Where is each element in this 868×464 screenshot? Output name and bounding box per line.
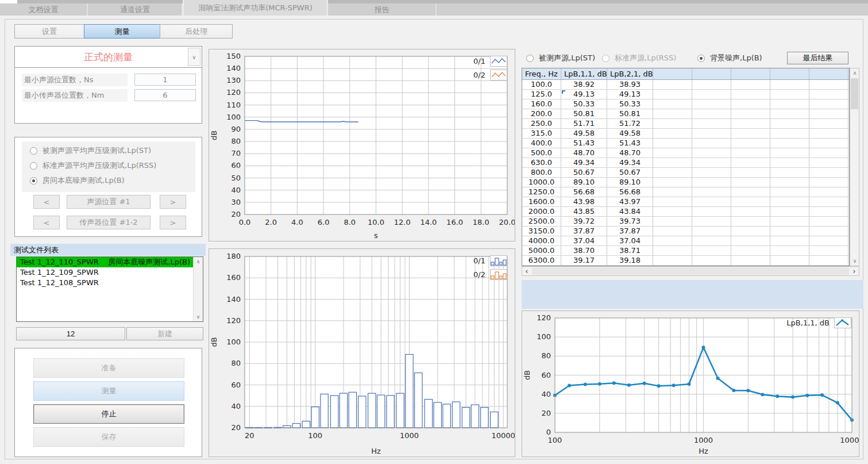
- table-cell[interactable]: 37.04: [561, 236, 607, 246]
- test-file-item[interactable]: Test 1_12_109_SPWR: [17, 267, 193, 278]
- time-history-plot[interactable]: 0.02.04.06.08.010.012.014.016.018.020.02…: [209, 49, 515, 241]
- table-cell[interactable]: [770, 168, 809, 177]
- table-cell[interactable]: [770, 197, 809, 206]
- table-cell[interactable]: 1250.0: [522, 187, 561, 197]
- table-cell[interactable]: 125.0: [522, 90, 561, 99]
- table-cell[interactable]: [809, 256, 848, 265]
- table-row[interactable]: 1250.056.6856.68: [522, 187, 849, 197]
- table-cell[interactable]: 49.34: [607, 158, 653, 167]
- column-header[interactable]: LpB,1,1, dB: [561, 68, 607, 79]
- table-cell[interactable]: [809, 119, 848, 128]
- table-cell[interactable]: [653, 148, 692, 158]
- table-row[interactable]: 630.049.3449.34: [522, 158, 849, 168]
- param-value-input[interactable]: 1: [134, 74, 196, 86]
- table-cell[interactable]: [731, 119, 770, 128]
- table-row[interactable]: 800.050.6750.67: [522, 168, 849, 178]
- spectrum-bars-plot[interactable]: 2010010001000020406080100120140160180Hzd…: [209, 249, 515, 457]
- time-history-chart[interactable]: 0.02.04.06.08.010.012.014.016.018.020.02…: [209, 49, 515, 241]
- test-file-item[interactable]: Test 1_12_108_SPWR: [17, 278, 193, 288]
- scrollbar-thumb[interactable]: [851, 78, 858, 109]
- table-cell[interactable]: 43.98: [561, 197, 607, 206]
- legend-entry[interactable]: 0/1: [473, 255, 507, 266]
- table-row[interactable]: 250.051.7151.72: [522, 119, 849, 129]
- table-cell[interactable]: 38.71: [607, 246, 653, 255]
- table-cell[interactable]: 1000.0: [522, 178, 561, 187]
- table-cell[interactable]: [653, 207, 692, 216]
- tab-document-settings[interactable]: 文档设置: [0, 3, 88, 16]
- table-cell[interactable]: 49.34: [561, 158, 607, 167]
- table-cell[interactable]: 315.0: [522, 129, 561, 138]
- table-cell[interactable]: [770, 207, 809, 216]
- new-file-button[interactable]: 新建: [126, 327, 203, 340]
- table-cell[interactable]: 39.18: [607, 256, 653, 265]
- table-cell[interactable]: [653, 158, 692, 167]
- table-cell[interactable]: 39.72: [561, 217, 607, 226]
- table-cell[interactable]: [770, 256, 809, 265]
- table-cell[interactable]: 50.81: [561, 109, 607, 118]
- table-cell[interactable]: [731, 99, 770, 109]
- table-cell[interactable]: [731, 109, 770, 118]
- table-cell[interactable]: [770, 139, 809, 148]
- table-row[interactable]: 1000.089.1089.10: [522, 178, 849, 187]
- table-cell[interactable]: 37.87: [607, 227, 653, 236]
- table-row[interactable]: 315.049.5849.58: [522, 129, 849, 139]
- legend-entry[interactable]: 0/2: [473, 269, 507, 280]
- table-cell[interactable]: 800.0: [522, 168, 561, 177]
- column-header[interactable]: Freq., Hz: [522, 68, 561, 79]
- table-cell[interactable]: [770, 119, 809, 128]
- table-row[interactable]: 125.049.1349.13: [522, 90, 849, 99]
- table-row[interactable]: 400.051.4351.43: [522, 139, 849, 148]
- table-cell[interactable]: [653, 197, 692, 206]
- table-cell[interactable]: [809, 148, 848, 158]
- table-cell[interactable]: 37.87: [561, 227, 607, 236]
- table-cell[interactable]: 200.0: [522, 109, 561, 118]
- table-cell[interactable]: [692, 227, 731, 236]
- table-cell[interactable]: [731, 207, 770, 216]
- table-cell[interactable]: [770, 227, 809, 236]
- table-cell[interactable]: 49.13: [561, 90, 607, 99]
- table-cell[interactable]: [770, 90, 809, 99]
- table-cell[interactable]: [653, 139, 692, 148]
- table-cell[interactable]: [653, 90, 692, 99]
- table-cell[interactable]: 160.0: [522, 99, 561, 109]
- table-cell[interactable]: 43.97: [607, 197, 653, 206]
- table-cell[interactable]: [770, 148, 809, 158]
- table-cell[interactable]: [809, 139, 848, 148]
- table-cell[interactable]: 49.13: [607, 90, 653, 99]
- table-cell[interactable]: [731, 236, 770, 246]
- source-next-button[interactable]: >: [160, 195, 186, 209]
- table-cell[interactable]: 50.81: [607, 109, 653, 118]
- table-cell[interactable]: [809, 246, 848, 255]
- table-cell[interactable]: [809, 168, 848, 177]
- scroll-up-arrow[interactable]: ∧: [194, 257, 203, 266]
- table-cell[interactable]: 37.04: [607, 236, 653, 246]
- table-cell[interactable]: [731, 227, 770, 236]
- table-cell[interactable]: [653, 217, 692, 226]
- table-cell[interactable]: 3150.0: [522, 227, 561, 236]
- table-cell[interactable]: [731, 80, 770, 89]
- table-row[interactable]: 100.038.9238.93: [522, 80, 849, 90]
- table-cell[interactable]: 38.70: [561, 246, 607, 255]
- table-cell[interactable]: 51.43: [561, 139, 607, 148]
- table-cell[interactable]: [692, 197, 731, 206]
- table-cell[interactable]: [770, 178, 809, 187]
- table-cell[interactable]: [731, 197, 770, 206]
- table-cell[interactable]: [653, 256, 692, 265]
- table-cell[interactable]: 500.0: [522, 148, 561, 158]
- table-cell[interactable]: [809, 90, 848, 99]
- table-cell[interactable]: [770, 236, 809, 246]
- table-row[interactable]: 6300.039.1739.18: [522, 256, 849, 266]
- table-row[interactable]: 3150.037.8737.87: [522, 227, 849, 236]
- table-cell[interactable]: 49.58: [561, 129, 607, 138]
- table-cell[interactable]: [692, 168, 731, 177]
- table-row[interactable]: 200.050.8150.81: [522, 109, 849, 119]
- table-cell[interactable]: [653, 227, 692, 236]
- table-cell[interactable]: [692, 158, 731, 167]
- table-cell[interactable]: [653, 187, 692, 197]
- table-cell[interactable]: 48.70: [607, 148, 653, 158]
- table-cell[interactable]: [692, 217, 731, 226]
- test-file-item[interactable]: Test 1_12_110_SPWR 房间本底噪声测试,Lp(B): [17, 257, 193, 267]
- test-type-radio[interactable]: 被测声源平均声压级测试,Lp(ST): [30, 145, 151, 156]
- table-cell[interactable]: [809, 227, 848, 236]
- table-cell[interactable]: [653, 246, 692, 255]
